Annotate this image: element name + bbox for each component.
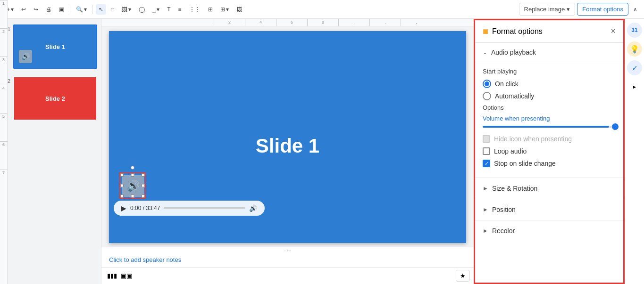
stop-on-slide-option[interactable]: Stop on slide change	[483, 160, 616, 167]
crop-button[interactable]: ⊞▾	[217, 4, 232, 15]
loop-audio-checkbox[interactable]	[483, 147, 490, 155]
collapse-icon: ∧	[633, 6, 637, 13]
insert-table-button[interactable]: ⊞	[205, 4, 216, 15]
main-area: 1 Slide 1 🔊 2 Slide 2	[0, 19, 644, 284]
position-chevron-icon: ►	[483, 206, 488, 213]
slide-thumb-1[interactable]: 1 Slide 1 🔊	[2, 23, 99, 71]
insert-image-icon: 🖼	[122, 6, 127, 13]
ruler-mark-1: 2	[214, 19, 245, 26]
select-shape-button[interactable]: □	[108, 4, 117, 15]
handle-bottom-center[interactable]	[131, 195, 134, 198]
options-label: Options	[483, 104, 616, 111]
format-panel-title: ■ Format options	[483, 26, 543, 37]
insert-text-button[interactable]: T	[164, 4, 173, 15]
handle-top-left[interactable]	[120, 173, 124, 177]
grid-view-button[interactable]: ▣▣	[119, 270, 134, 281]
lightbulb-icon: 💡	[630, 45, 639, 54]
on-click-option[interactable]: On click	[483, 80, 616, 88]
volume-thumb[interactable]	[612, 123, 619, 130]
side-icons-panel: 31 💡 ✓ ►	[625, 19, 644, 284]
close-panel-button[interactable]: ×	[611, 26, 616, 36]
crop-icon: ⊞	[220, 6, 225, 13]
notes-resize-handle[interactable]: · · ·	[101, 247, 474, 254]
audio-element[interactable]: 🔊	[119, 172, 146, 199]
play-button[interactable]: ▶	[121, 204, 126, 212]
recolor-chevron-icon: ►	[483, 227, 488, 234]
slide-canvas[interactable]: Slide 1 🔊	[109, 31, 466, 243]
audio-chevron-icon: ⌄	[483, 49, 487, 56]
slide-main-title: Slide 1	[256, 135, 319, 157]
paint-format-icon: ▣	[59, 6, 64, 13]
ruler-mark-5: .	[338, 19, 369, 26]
lightbulb-button[interactable]: 💡	[627, 41, 642, 57]
expand-icon: ►	[632, 84, 637, 89]
handle-bottom-left[interactable]	[120, 195, 124, 198]
ruler-mark-2: 4	[245, 19, 276, 26]
automatically-radio[interactable]	[483, 92, 491, 100]
rotation-handle[interactable]	[131, 166, 134, 170]
handle-top-right[interactable]	[142, 173, 145, 177]
expand-side-button[interactable]: ►	[627, 79, 642, 94]
automatically-option[interactable]: Automatically	[483, 92, 616, 100]
handle-mid-left[interactable]	[120, 184, 124, 187]
calendar-button[interactable]: 31	[627, 23, 642, 38]
handle-bottom-right[interactable]	[142, 195, 145, 198]
format-panel: ■ Format options × ⌄ Audio playback Star…	[474, 19, 625, 284]
stop-on-slide-label: Stop on slide change	[494, 160, 556, 167]
canvas-wrapper[interactable]: Slide 1 🔊	[101, 26, 474, 247]
insert-shape-button[interactable]: ◯	[136, 4, 148, 15]
hide-icon-checkbox[interactable]	[483, 135, 490, 143]
slide-thumb-2[interactable]: 2 Slide 2	[2, 74, 99, 122]
position-section[interactable]: ► Position	[475, 199, 623, 220]
cursor-button[interactable]: ↖	[96, 4, 106, 15]
format-options-label: Format options	[582, 6, 623, 13]
recolor-section[interactable]: ► Recolor	[475, 220, 623, 241]
audio-playback-section-header[interactable]: ⌄ Audio playback	[475, 43, 623, 62]
print-button[interactable]: 🖨	[43, 4, 54, 15]
time-display: 0:00 / 33:47	[130, 205, 160, 211]
insert-list-button[interactable]: ≡	[176, 4, 184, 15]
size-rotation-section[interactable]: ► Size & Rotation	[475, 178, 623, 199]
redo-button[interactable]: ↪	[31, 4, 41, 15]
format-options-button[interactable]: Format options	[577, 3, 628, 16]
slide-2-title: Slide 2	[45, 95, 65, 102]
notes-text[interactable]: Click to add speaker notes	[109, 256, 181, 263]
ruler-mark-6: .	[369, 19, 401, 26]
slides-panel: 1 Slide 1 🔊 2 Slide 2	[0, 19, 101, 284]
insert-shape-icon: ◯	[139, 6, 145, 13]
collapse-panel-button[interactable]: ∧	[630, 4, 640, 15]
volume-label: Volume when presenting	[483, 115, 616, 122]
insert-special-button[interactable]: 🖼	[234, 4, 245, 15]
notes-area[interactable]: Click to add speaker notes	[101, 254, 474, 267]
loop-audio-option[interactable]: Loop audio	[483, 147, 616, 155]
undo-button[interactable]: ↩	[18, 4, 29, 15]
notes-section: · · · Click to add speaker notes	[101, 247, 474, 267]
speaker-icon: 🔊	[22, 53, 30, 60]
cursor-icon: ↖	[99, 6, 103, 13]
paint-format-button[interactable]: ▣	[56, 4, 67, 15]
undo-icon: ↩	[21, 6, 26, 13]
replace-image-button[interactable]: Replace image ▾	[519, 3, 576, 16]
handle-top-center[interactable]	[131, 173, 134, 177]
star-button[interactable]: ★	[456, 270, 470, 282]
progress-track[interactable]	[164, 207, 245, 209]
check-button[interactable]: ✓	[627, 60, 642, 75]
insert-image-button[interactable]: 🖼▾	[119, 4, 134, 15]
insert-table-icon: ⊞	[208, 6, 213, 13]
filmstrip-view-button[interactable]: ▮▮▮	[105, 270, 119, 281]
slide-preview-1[interactable]: Slide 1 🔊	[13, 24, 97, 69]
slide-preview-2[interactable]: Slide 2	[13, 76, 97, 121]
audio-player[interactable]: ▶ 0:00 / 33:47 🔊	[114, 201, 265, 216]
volume-track[interactable]	[483, 126, 616, 128]
stop-on-slide-checkbox[interactable]	[483, 160, 490, 167]
size-rotation-chevron-icon: ►	[483, 185, 488, 192]
handle-mid-right[interactable]	[142, 184, 145, 187]
insert-grid-button[interactable]: ⋮⋮	[186, 4, 203, 15]
zoom-button[interactable]: 🔍▾	[73, 4, 90, 15]
insert-line-button[interactable]: ⎯▾	[150, 4, 162, 15]
toolbar: +▾ ↩ ↪ 🖨 ▣ 🔍▾ ↖ □ 🖼▾ ◯ ⎯▾ T ≡ ⋮⋮ ⊞ ⊞▾	[0, 0, 644, 19]
ruler-marks: 2 4 6 8 . . .	[214, 19, 432, 26]
format-panel-header: ■ Format options ×	[475, 20, 623, 43]
on-click-radio[interactable]	[483, 80, 491, 88]
volume-icon[interactable]: 🔊	[249, 204, 257, 212]
